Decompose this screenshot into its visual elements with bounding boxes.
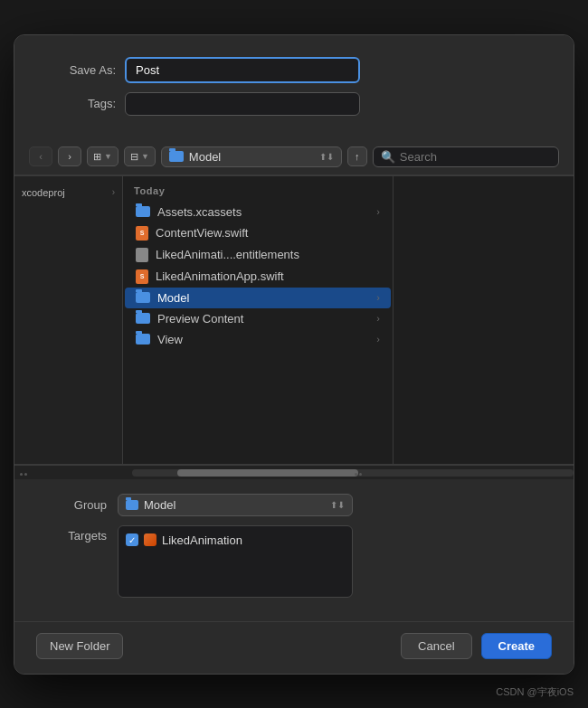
location-label: Model [189, 150, 221, 164]
view-list-icon: ⊞ [93, 151, 101, 163]
search-box[interactable]: 🔍 [373, 146, 559, 167]
new-folder-button[interactable]: New Folder [36, 633, 123, 659]
back-button[interactable]: ‹ [29, 146, 52, 166]
file-item-preview[interactable]: Preview Content › [125, 308, 391, 329]
group-dropdown-arrows-icon: ⬆⬇ [330, 500, 345, 510]
swift-icon: S [136, 226, 148, 241]
location-dropdown[interactable]: Model ⬆⬇ [161, 146, 342, 167]
entitlements-icon [136, 248, 148, 262]
file-name: ContentView.swift [156, 226, 248, 240]
folder-icon [136, 206, 150, 217]
preview-panel [393, 176, 574, 464]
watermark: CSDN @宇夜iOS [496, 685, 574, 699]
location-folder-icon [169, 151, 184, 162]
save-as-row: Save As: [43, 57, 545, 83]
targets-label: Targets [43, 529, 107, 543]
targets-list: ✓ LikedAnimation [118, 525, 353, 598]
file-item-assets[interactable]: Assets.xcassets › [125, 202, 391, 222]
search-icon: 🔍 [381, 150, 395, 164]
dropdown-arrows-icon: ⬆⬇ [319, 152, 334, 162]
file-name: Preview Content [157, 312, 243, 326]
target-name: LikedAnimation [162, 533, 242, 547]
file-browser: xcodeproj › Today Assets.xcassets › S Co… [14, 175, 574, 465]
target-app-icon [144, 533, 156, 546]
sidebar-panel: xcodeproj › [14, 176, 123, 464]
file-chevron-icon: › [376, 334, 380, 345]
file-item-contentview[interactable]: S ContentView.swift [125, 222, 391, 244]
file-name: LikedAnimati....entitlements [156, 248, 299, 261]
view-chevron-icon2: ▼ [141, 152, 149, 161]
save-dialog: Save As: Tags: ‹ › ⊞ ▼ ⊟ ▼ Model [14, 34, 574, 675]
file-item-entitlements[interactable]: LikedAnimati....entitlements [125, 244, 391, 266]
dialog-header: Save As: Tags: [14, 35, 574, 139]
tags-input[interactable] [125, 92, 360, 116]
folder-icon [136, 313, 150, 324]
browser-toolbar: ‹ › ⊞ ▼ ⊟ ▼ Model ⬆⬇ ↑ 🔍 [14, 139, 574, 175]
file-name: View [157, 333, 183, 346]
group-row: Group Model ⬆⬇ [43, 494, 545, 516]
footer-actions: Cancel Create [401, 633, 552, 659]
resize-handle-icon [24, 473, 27, 476]
group-value: Model [144, 498, 175, 512]
targets-row: Targets ✓ LikedAnimation [43, 525, 545, 598]
file-list-panel: Today Assets.xcassets › S ContentView.sw… [123, 176, 393, 464]
resize-handle-icon [359, 473, 362, 476]
group-label: Group [43, 498, 107, 512]
file-chevron-icon: › [376, 206, 380, 217]
sidebar-xcodeproj-label: xcodeproj [22, 187, 65, 198]
dialog-footer: New Folder Cancel Create [14, 621, 574, 674]
up-button[interactable]: ↑ [347, 146, 367, 166]
bottom-form: Group Model ⬆⬇ Targets ✓ LikedAnimation [14, 479, 574, 621]
file-chevron-icon: › [376, 313, 380, 324]
target-item-likedanimation[interactable]: ✓ LikedAnimation [126, 532, 345, 549]
resize-handle-icon [355, 473, 357, 476]
save-as-input[interactable] [125, 57, 360, 83]
tags-row: Tags: [43, 92, 545, 116]
file-name: Assets.xcassets [157, 205, 242, 219]
view-icon2: ⊟ [130, 151, 138, 163]
forward-button[interactable]: › [58, 146, 81, 166]
sidebar-chevron-icon: › [112, 187, 115, 197]
cancel-button[interactable]: Cancel [401, 633, 471, 659]
file-chevron-icon: › [376, 292, 380, 303]
file-item-model[interactable]: Model › [125, 288, 391, 308]
resize-handle-icon [20, 473, 23, 476]
search-input[interactable] [400, 150, 551, 164]
group-folder-icon [126, 500, 138, 510]
file-item-view[interactable]: View › [125, 329, 391, 350]
file-item-likedanimationapp[interactable]: S LikedAnimationApp.swift [125, 266, 391, 288]
folder-icon [136, 334, 150, 345]
target-checkbox[interactable]: ✓ [126, 533, 138, 546]
file-name: Model [157, 291, 189, 305]
scrollbar-thumb[interactable] [177, 469, 358, 477]
scrollbar-track [132, 469, 574, 477]
view-chevron-icon: ▼ [104, 152, 112, 161]
create-button[interactable]: Create [481, 633, 552, 659]
tags-label: Tags: [43, 97, 116, 110]
file-name: LikedAnimationApp.swift [156, 269, 284, 283]
sidebar-item-xcodeproj[interactable]: xcodeproj › [14, 184, 122, 202]
scrollbar-area [14, 465, 574, 479]
swift-icon: S [136, 269, 148, 284]
view-list-button[interactable]: ⊞ ▼ [87, 146, 119, 166]
section-today: Today [123, 182, 393, 202]
view-icon-button[interactable]: ⊟ ▼ [124, 146, 156, 166]
folder-icon [136, 292, 150, 303]
save-as-label: Save As: [43, 63, 116, 77]
group-dropdown[interactable]: Model ⬆⬇ [118, 494, 353, 516]
